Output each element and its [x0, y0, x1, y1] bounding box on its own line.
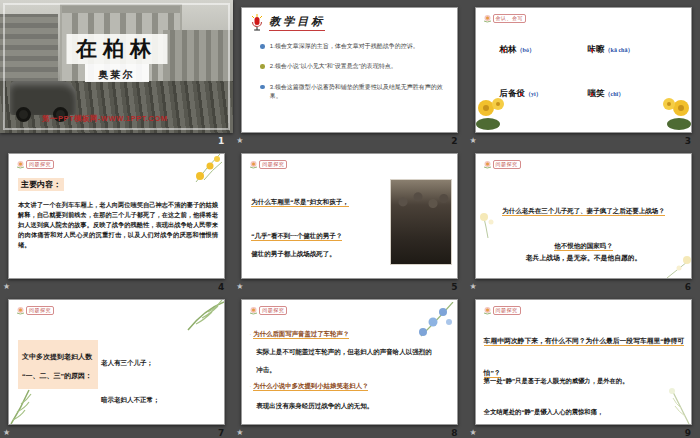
rose-icon	[483, 306, 492, 315]
transition-star-icon: ★	[3, 427, 10, 438]
sorter-cell-8: 问题探究 ·为什么后面写声音盖过了车轮声？ 实际上是不可能盖过车轮声的，但老妇人…	[233, 292, 466, 438]
answer-line: 实际上是不可能盖过车轮声的，但老妇人的声音给人以强烈的冲击。	[256, 348, 432, 373]
vocab-pinyin: （chī）	[605, 91, 625, 97]
slide-thumbnail-3[interactable]: 会认、会写 柏林（bó） 咔嚓（kā chā） 后备役（yì） 嗤笑（chī）	[475, 7, 692, 133]
transition-star-icon: ★	[470, 281, 477, 292]
slide-thumbnail-7[interactable]: 问题探究 文中多次提到老妇人数“一、二、三”的原因： 老人有三个儿子； 暗示老妇…	[8, 299, 225, 425]
slide-thumbnail-5[interactable]: 问题探究 为什么车厢里“尽是”妇女和孩子， “几乎”看不到一个健壮的男子？ 健壮…	[241, 153, 458, 279]
slide-thumbnail-4[interactable]: 问题探究 主要内容： 本文讲了一个在列车车厢上，老人向两位嗤笑自己神志不清的妻子…	[8, 153, 225, 279]
prompt-box: 文中多次提到老妇人数“一、二、三”的原因：	[18, 340, 98, 389]
stress-dot	[520, 93, 523, 96]
transition-star-icon: ★	[236, 427, 243, 438]
slide-sorter-grid: 在柏林 奥莱尔 第一PPT模板网-WWW.1PPT.COM 1 教学目标	[0, 0, 700, 438]
slide-thumbnail-2[interactable]: 教学目标 1.领会文章深厚的主旨，体会文章对于残酷战争的控诉。 2.领会小说“以…	[241, 7, 458, 133]
objective-item: 1.领会文章深厚的主旨，体会文章对于残酷战争的控诉。	[260, 42, 448, 51]
bullet-dot-icon	[260, 44, 265, 49]
question-line: 为什么小说中多次提到小姑娘笑老妇人？	[253, 382, 368, 391]
sorter-cell-3: 会认、会写 柏林（bó） 咔嚓（kā chā） 后备役（yì） 嗤笑（chī）	[467, 0, 700, 146]
stress-dot	[591, 93, 594, 96]
rose-icon	[16, 306, 25, 315]
vocab-pinyin: （kā chā）	[605, 47, 634, 53]
vocab-item: 嗤笑（chī）	[588, 82, 676, 100]
answer-line: 第一处“静”只是基于老人眼光的威慑力，是外在的。	[484, 377, 629, 384]
slide-thumbnail-9[interactable]: 问题探究 车厢中两次静下来，有什么不同？为什么最后一段写车厢里“静得可怕”？ 第…	[475, 299, 692, 425]
section-badge-label: 问题探究	[26, 306, 54, 315]
section-badge-label: 问题探究	[259, 306, 287, 315]
slide-number: 3	[685, 136, 691, 146]
slide-number: 9	[685, 428, 691, 438]
section-badge: 问题探究	[249, 160, 287, 169]
transition-star-icon: ★	[470, 427, 477, 438]
answer-line: 老兵上战场，是无奈。不是他自愿的。	[526, 254, 642, 261]
rose-icon	[483, 14, 492, 23]
section-badge-label: 问题探究	[493, 160, 521, 169]
transition-star-icon: ★	[236, 135, 243, 146]
objective-item: 3.领会这篇微型小说蓄势和铺垫的重要性以及结尾无声胜有声的效果。	[260, 83, 448, 102]
section-badge: 问题探究	[249, 306, 287, 315]
old-truck	[10, 81, 76, 115]
section-badge-label: 问题探究	[493, 306, 521, 315]
vocab-pinyin: （bó）	[517, 47, 535, 53]
sorter-cell-6: 问题探究 为什么老兵在三个儿子死了、妻子疯了之后还要上战场？ 他不恨他的国家吗？…	[467, 146, 700, 292]
vocab-item: 柏林（bó）	[500, 38, 588, 56]
section-badge-label: 问题探究	[259, 160, 287, 169]
section-badge: 问题探究	[483, 306, 521, 315]
slide-thumbnail-6[interactable]: 问题探究 为什么老兵在三个儿子死了、妻子疯了之后还要上战场？ 他不恨他的国家吗？…	[475, 153, 692, 279]
sorter-cell-9: 问题探究 车厢中两次静下来，有什么不同？为什么最后一段写车厢里“静得可怕”？ 第…	[467, 292, 700, 438]
berlin-ruins-photo: 在柏林 奥莱尔 第一PPT模板网-WWW.1PPT.COM	[0, 0, 233, 133]
answer-line: 表现出没有亲身经历过战争的人的无知。	[256, 402, 373, 409]
sorter-cell-1: 在柏林 奥莱尔 第一PPT模板网-WWW.1PPT.COM 1	[0, 0, 233, 146]
watermark-text: 第一PPT模板网-WWW.1PPT.COM	[42, 114, 168, 124]
sorter-cell-2: 教学目标 1.领会文章深厚的主旨，体会文章对于残酷战争的控诉。 2.领会小说“以…	[233, 0, 466, 146]
section-badge: 问题探究	[483, 160, 521, 169]
section-badge-label: 问题探究	[26, 160, 54, 169]
slide-number: 6	[685, 282, 691, 292]
slide-number: 5	[451, 282, 457, 292]
question-line: 为什么老兵在三个儿子死了、妻子疯了之后还要上战场？	[502, 207, 665, 216]
slide-number: 1	[218, 136, 224, 146]
section-badge-label: 会认、会写	[493, 14, 527, 23]
section-badge: 问题探究	[16, 306, 54, 315]
summary-body: 本文讲了一个在列车车厢上，老人向两位嗤笑自己神志不清的妻子的姑娘解释，自己就要到…	[18, 200, 218, 250]
slide-thumbnail-8[interactable]: 问题探究 ·为什么后面写声音盖过了车轮声？ 实际上是不可能盖过车轮声的，但老妇人…	[241, 299, 458, 425]
point-line: 老人有三个儿子；	[101, 359, 153, 366]
question-bullet: ·	[249, 331, 251, 337]
stress-dot	[503, 49, 506, 52]
lesson-title: 在柏林	[76, 37, 157, 61]
vocab-item: 咔嚓（kā chā）	[588, 38, 676, 56]
slide-number: 7	[218, 428, 224, 438]
marching-soldiers-photo	[391, 180, 451, 264]
slide-number: 4	[218, 282, 224, 292]
transition-star-icon: ★	[470, 135, 477, 146]
rose-icon	[249, 306, 258, 315]
answer-line: 全文结尾处的“静”是慑入人心的震惊和痛，	[484, 408, 604, 415]
question-bullet: ·	[249, 383, 251, 389]
answer-line: 健壮的男子都上战场战死了。	[251, 250, 336, 257]
objective-text: 3.领会这篇微型小说蓄势和铺垫的重要性以及结尾无声胜有声的效果。	[270, 83, 449, 102]
objective-item: 2.领会小说“以小见大”和“设置悬念”的表现特点。	[260, 62, 448, 71]
question-line: 为什么后面写声音盖过了车轮声？	[253, 330, 349, 339]
prompt-text: 文中多次提到老妇人数“一、二、三”的原因：	[22, 353, 92, 380]
slide-number: 8	[451, 428, 457, 438]
question-line: 为什么车厢里“尽是”妇女和孩子，	[251, 198, 349, 207]
author-box: 奥莱尔	[85, 64, 149, 82]
vocabulary-grid: 柏林（bó） 咔嚓（kā chā） 后备役（yì） 嗤笑（chī）	[500, 38, 676, 100]
bullet-dot-icon	[260, 85, 265, 90]
slide-thumbnail-1[interactable]: 在柏林 奥莱尔 第一PPT模板网-WWW.1PPT.COM	[0, 0, 233, 133]
stress-dot	[591, 49, 594, 52]
objective-text: 2.领会小说“以小见大”和“设置悬念”的表现特点。	[270, 62, 397, 71]
slide-number: 2	[451, 136, 457, 146]
transition-star-icon: ★	[3, 281, 10, 292]
vocab-pinyin: （yì）	[525, 91, 542, 97]
objectives-header: 教学目标	[250, 14, 325, 31]
point-line: 暗示老妇人不正常；	[101, 396, 160, 403]
objectives-title: 教学目标	[269, 14, 325, 31]
section-badge: 问题探究	[16, 160, 54, 169]
section-badge: 会认、会写	[483, 14, 527, 23]
objective-text: 1.领会文章深厚的主旨，体会文章对于残酷战争的控诉。	[270, 42, 419, 51]
author-name: 奥莱尔	[99, 69, 135, 80]
sorter-cell-7: 问题探究 文中多次提到老妇人数“一、二、三”的原因： 老人有三个儿子； 暗示老妇…	[0, 292, 233, 438]
vocab-item: 后备役（yì）	[500, 82, 588, 100]
rose-icon	[16, 160, 25, 169]
yellow-flower-decoration	[186, 154, 222, 186]
